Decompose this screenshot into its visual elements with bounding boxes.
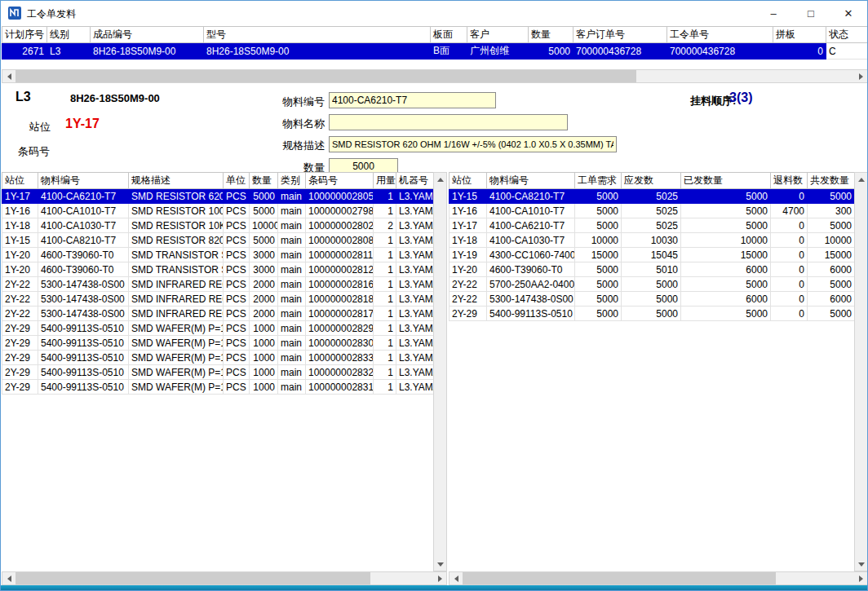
cell: PCS — [224, 292, 250, 307]
cell: 0 — [771, 292, 808, 307]
titlebar[interactable]: 工令单发料 – □ ✕ — [1, 1, 867, 25]
cell: 5000 — [622, 307, 681, 321]
column-header[interactable]: 共发数量 — [808, 173, 855, 189]
column-header[interactable]: 已发数量 — [681, 173, 771, 189]
cell: 5000 — [808, 189, 855, 204]
column-header[interactable]: 型号 — [204, 27, 431, 43]
cell: main — [278, 365, 306, 380]
table-row[interactable]: 2Y-225300-147438-0S0050005000600006000 — [450, 292, 855, 307]
column-header[interactable]: 板面 — [431, 27, 467, 43]
column-header[interactable]: 工单需求 — [575, 173, 622, 189]
column-header[interactable]: 数量 — [529, 27, 574, 43]
material-name-input[interactable] — [329, 114, 568, 130]
table-row[interactable]: 2Y-295400-99113S-051050005000500005000 — [450, 307, 855, 321]
cell: 5000 — [681, 204, 771, 218]
issue-horizontal-scrollbar[interactable] — [449, 571, 868, 585]
column-header[interactable]: 客户订单号 — [574, 27, 667, 43]
column-header[interactable]: 物料编号 — [487, 173, 575, 189]
scrollbar-thumb[interactable] — [463, 572, 776, 584]
column-header[interactable]: 状态 — [826, 27, 868, 43]
column-header[interactable]: 物料编号 — [38, 173, 129, 189]
column-header[interactable]: 退料数 — [771, 173, 808, 189]
column-header[interactable]: 应发数 — [622, 173, 681, 189]
scroll-right-button[interactable] — [433, 572, 446, 584]
cell: 300 — [808, 204, 855, 218]
scrollbar-track[interactable] — [434, 186, 446, 558]
material-horizontal-scrollbar[interactable] — [2, 571, 447, 585]
column-header[interactable]: 条码号 — [306, 173, 374, 189]
scrollbar-track[interactable] — [855, 186, 867, 558]
issue-vertical-scrollbar[interactable] — [854, 172, 868, 571]
column-header[interactable]: 成品编号 — [91, 27, 204, 43]
table-row[interactable]: 2Y-225300-147438-0S00SMD INFRARED RECEIV… — [2, 292, 434, 307]
scroll-left-button[interactable] — [2, 572, 16, 584]
column-header[interactable]: 规格描述 — [129, 173, 224, 189]
cell: 0 — [771, 218, 808, 233]
table-row[interactable]: 2Y-295400-99113S-0510SMD WAFER(M) P=1.25… — [2, 380, 434, 395]
scrollbar-track[interactable] — [463, 572, 854, 584]
table-row[interactable]: 1Y-184100-CA1030-T7100001003010000010000 — [450, 233, 855, 248]
scroll-left-button[interactable] — [450, 572, 463, 584]
table-row[interactable]: 1Y-204600-T39060-T050005010600006000 — [450, 262, 855, 277]
scroll-down-button[interactable] — [434, 558, 446, 571]
scroll-up-button[interactable] — [855, 173, 867, 186]
table-row[interactable]: 1Y-174100-CA6210-T750005025500005000 — [450, 218, 855, 233]
spec-input[interactable] — [329, 136, 617, 152]
scroll-right-button[interactable] — [854, 572, 867, 584]
table-row[interactable]: 1Y-204600-T39060-T0SMD TRANSISTOR SST3PC… — [2, 248, 434, 262]
maximize-button[interactable]: □ — [792, 1, 830, 25]
table-row[interactable]: 1Y-164100-CA1010-T75000502550004700300 — [450, 204, 855, 218]
cell: SMD INFRARED RECEIVI — [129, 292, 224, 307]
barcode-label: 条码号 — [18, 144, 50, 159]
table-row[interactable]: 2Y-295400-99113S-0510SMD WAFER(M) P=1.25… — [2, 351, 434, 365]
material-vertical-scrollbar[interactable] — [433, 172, 447, 571]
scroll-down-button[interactable] — [855, 558, 867, 571]
column-header[interactable]: 客户 — [467, 27, 529, 43]
cell: 1 — [374, 292, 396, 307]
column-header[interactable]: 单位 — [224, 173, 250, 189]
table-row[interactable]: 2Y-295400-99113S-0510SMD WAFER(M) P=1.25… — [2, 365, 434, 380]
scrollbar-track[interactable] — [16, 70, 854, 82]
scrollbar-thumb[interactable] — [16, 70, 636, 82]
column-header[interactable]: 用量 — [374, 173, 396, 189]
cell: 2Y-22 — [2, 307, 38, 321]
column-header[interactable]: 类别 — [278, 173, 306, 189]
cell: SMD WAFER(M) P=1.25 — [129, 365, 224, 380]
table-row[interactable]: 2Y-225700-250AA2-040050005000500005000 — [450, 277, 855, 292]
scrollbar-track[interactable] — [16, 572, 433, 584]
cell: 3000 — [250, 262, 278, 277]
column-header[interactable]: 站位 — [450, 173, 487, 189]
table-row[interactable]: 1Y-174100-CA6210-T7SMD RESISTOR 620 OHMP… — [2, 189, 434, 204]
scroll-up-button[interactable] — [434, 173, 446, 186]
material-no-input[interactable] — [329, 92, 496, 108]
column-header[interactable]: 拼板 — [773, 27, 826, 43]
column-header[interactable]: 机器号 — [396, 173, 434, 189]
scroll-right-button[interactable] — [854, 70, 867, 82]
order-horizontal-scrollbar[interactable] — [2, 69, 868, 83]
table-row[interactable]: 2Y-295400-99113S-0510SMD WAFER(M) P=1.25… — [2, 336, 434, 351]
table-row[interactable]: 1Y-184100-CA1030-T7SMD RESISTOR 10K OHMP… — [2, 218, 434, 233]
table-row[interactable]: 1Y-154100-CA8210-T7SMD RESISTOR 820 OHMP… — [2, 233, 434, 248]
minimize-button[interactable]: – — [755, 1, 792, 25]
column-header[interactable]: 工令单号 — [667, 27, 773, 43]
column-header[interactable]: 数量 — [250, 173, 278, 189]
table-row[interactable]: 1Y-194300-CC1060-74001500015045150000150… — [450, 248, 855, 262]
table-row[interactable]: 1Y-154100-CA8210-T750005025500005000 — [450, 189, 855, 204]
cell: 15000 — [681, 248, 771, 262]
column-header[interactable]: 计划序号 — [2, 27, 47, 43]
scroll-left-button[interactable] — [2, 70, 16, 82]
table-row[interactable]: 2Y-295400-99113S-0510SMD WAFER(M) P=1.25… — [2, 321, 434, 336]
column-header[interactable]: 线别 — [47, 27, 91, 43]
close-button[interactable]: ✕ — [830, 1, 867, 25]
table-row[interactable]: 2671L38H26-18S50M9-008H26-18S50M9-00B面广州… — [2, 43, 868, 60]
table-row[interactable]: 2Y-225300-147438-0S00SMD INFRARED RECEIV… — [2, 277, 434, 292]
cell: 2Y-29 — [2, 380, 38, 395]
cell: SMD WAFER(M) P=1.25 — [129, 380, 224, 395]
scrollbar-thumb[interactable] — [16, 572, 370, 584]
cell: 6000 — [681, 262, 771, 277]
table-row[interactable]: 2Y-225300-147438-0S00SMD INFRARED RECEIV… — [2, 307, 434, 321]
cell: 100000002830 — [306, 336, 374, 351]
column-header[interactable]: 站位 — [2, 173, 38, 189]
table-row[interactable]: 1Y-204600-T39060-T0SMD TRANSISTOR SST3PC… — [2, 262, 434, 277]
table-row[interactable]: 1Y-164100-CA1010-T7SMD RESISTOR 100 OHMP… — [2, 204, 434, 218]
